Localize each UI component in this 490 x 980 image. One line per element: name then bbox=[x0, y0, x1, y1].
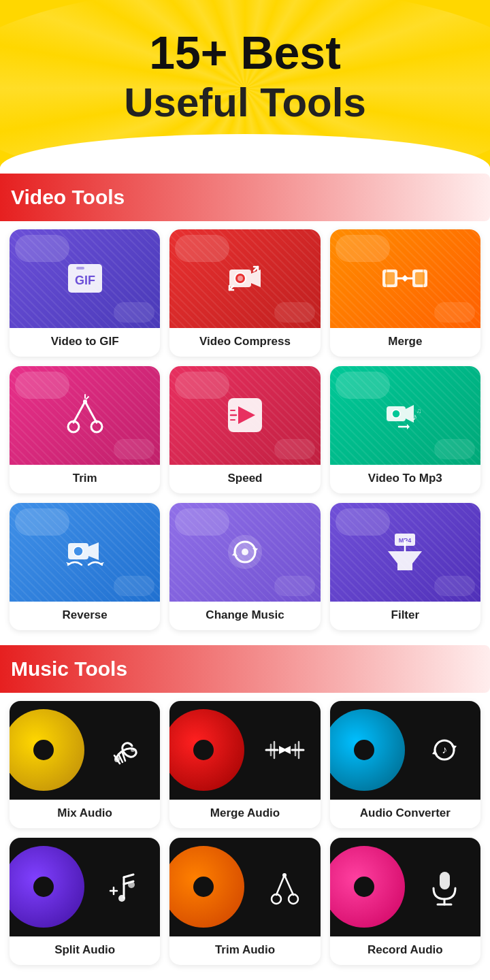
video-compress-label: Video Compress bbox=[169, 328, 320, 357]
speed-card[interactable]: Speed bbox=[169, 366, 320, 493]
speed-label: Speed bbox=[169, 465, 320, 493]
video-tools-section-header: Video Tools bbox=[0, 174, 490, 221]
mix-audio-card[interactable]: Mix Audio bbox=[10, 701, 160, 828]
svg-marker-52 bbox=[388, 551, 422, 570]
filter-label: Filter bbox=[330, 602, 480, 630]
merge-icon-bg bbox=[330, 229, 480, 328]
splitaudio-icon bbox=[102, 865, 146, 909]
video-compress-icon-bg bbox=[169, 229, 320, 328]
svg-marker-18 bbox=[405, 275, 408, 282]
svg-text:♫: ♫ bbox=[416, 407, 422, 414]
recordaudio-icon bbox=[423, 865, 467, 909]
svg-point-81 bbox=[282, 873, 287, 877]
merge-audio-card[interactable]: Merge Audio bbox=[169, 701, 320, 828]
video-tools-label: Video Tools bbox=[11, 186, 125, 209]
change-music-label: Change Music bbox=[169, 602, 320, 630]
svg-point-73 bbox=[118, 895, 125, 902]
reverse-icon bbox=[61, 528, 109, 576]
svg-point-74 bbox=[128, 881, 135, 888]
video-to-mp3-card[interactable]: ♪ ♫ Video To Mp3 bbox=[330, 366, 480, 493]
video-to-mp3-label: Video To Mp3 bbox=[330, 465, 480, 493]
merge-card[interactable]: Merge bbox=[330, 229, 480, 357]
trim-label: Trim bbox=[10, 465, 160, 493]
filter-card[interactable]: MP4 Filter bbox=[330, 503, 480, 630]
svg-rect-82 bbox=[440, 872, 450, 889]
svg-text:♪: ♪ bbox=[442, 744, 447, 755]
gif-icon: GIF bbox=[61, 255, 109, 302]
reverse-icon-bg bbox=[10, 503, 160, 602]
merge-label: Merge bbox=[330, 328, 480, 357]
trim-audio-label: Trim Audio bbox=[169, 936, 320, 965]
video-to-gif-icon-bg: GIF bbox=[10, 229, 160, 328]
filter-icon: MP4 bbox=[381, 528, 429, 576]
mergeaudio-icon bbox=[263, 728, 307, 772]
split-audio-label: Split Audio bbox=[10, 936, 160, 965]
trimaudio-icon bbox=[263, 865, 307, 909]
trim-card[interactable]: Trim bbox=[10, 366, 160, 493]
vinyl-red-disc bbox=[169, 709, 244, 791]
change-music-card[interactable]: ♪ Change Music bbox=[169, 503, 320, 630]
trim-icon-bg bbox=[10, 366, 160, 465]
vinyl-pink-disc bbox=[330, 846, 405, 928]
speed-icon-bg bbox=[169, 366, 320, 465]
video-to-gif-card[interactable]: GIF Video to GIF bbox=[10, 229, 160, 357]
video-tools-grid: GIF Video to GIF bbox=[0, 224, 490, 640]
header: 15+ Best Useful Tools bbox=[0, 0, 490, 168]
svg-line-71 bbox=[124, 875, 133, 877]
speed-icon bbox=[221, 391, 269, 439]
svg-text:GIF: GIF bbox=[75, 274, 95, 287]
music-tools-label: Music Tools bbox=[11, 657, 127, 681]
svg-marker-62 bbox=[282, 746, 291, 754]
vinyl-purple-disc bbox=[10, 846, 84, 928]
svg-marker-68 bbox=[432, 750, 438, 755]
reverse-label: Reverse bbox=[10, 602, 160, 630]
svg-text:♪: ♪ bbox=[242, 546, 246, 557]
svg-point-41 bbox=[74, 546, 83, 556]
svg-rect-2 bbox=[76, 267, 84, 270]
mixaudio-icon bbox=[102, 728, 146, 772]
split-audio-icon-bg bbox=[10, 838, 160, 936]
merge-audio-icon-bg bbox=[169, 701, 320, 800]
video-to-gif-label: Video to GIF bbox=[10, 328, 160, 357]
trim-icon bbox=[61, 391, 109, 439]
svg-line-79 bbox=[276, 875, 284, 895]
vinyl-orange-disc bbox=[169, 846, 244, 928]
vinyl-cyan-disc bbox=[330, 709, 405, 791]
vinyl-yellow-disc bbox=[10, 709, 84, 791]
svg-line-24 bbox=[74, 402, 85, 423]
video-to-mp3-icon-bg: ♪ ♫ bbox=[330, 366, 480, 465]
music-tools-grid: Mix Audio Merge Audio bbox=[0, 696, 490, 975]
svg-marker-37 bbox=[407, 424, 410, 429]
mix-audio-icon-bg bbox=[10, 701, 160, 800]
svg-marker-19 bbox=[402, 275, 405, 282]
audio-converter-icon-bg: ♪ bbox=[330, 701, 480, 800]
merge-audio-label: Merge Audio bbox=[169, 800, 320, 828]
filter-icon-bg: MP4 bbox=[330, 503, 480, 602]
svg-point-26 bbox=[83, 399, 87, 404]
reverse-card[interactable]: Reverse bbox=[10, 503, 160, 630]
record-audio-icon-bg bbox=[330, 838, 480, 936]
audioconverter-icon: ♪ bbox=[423, 728, 467, 772]
svg-line-28 bbox=[86, 397, 88, 399]
merge-icon bbox=[381, 255, 429, 302]
trim-audio-icon-bg bbox=[169, 838, 320, 936]
svg-point-35 bbox=[392, 410, 400, 418]
svg-line-25 bbox=[85, 402, 97, 423]
svg-point-5 bbox=[238, 276, 243, 281]
change-music-icon-bg: ♪ bbox=[169, 503, 320, 602]
record-audio-label: Record Audio bbox=[330, 936, 480, 965]
header-line1: 15+ Best bbox=[14, 27, 476, 78]
music-tools-section-header: Music Tools bbox=[0, 645, 490, 693]
split-audio-card[interactable]: Split Audio bbox=[10, 838, 160, 965]
trim-audio-card[interactable]: Trim Audio bbox=[169, 838, 320, 965]
audio-converter-label: Audio Converter bbox=[330, 800, 480, 828]
record-audio-card[interactable]: Record Audio bbox=[330, 838, 480, 965]
audio-converter-card[interactable]: ♪ Audio Converter bbox=[330, 701, 480, 828]
video-compress-card[interactable]: Video Compress bbox=[169, 229, 320, 357]
svg-point-55 bbox=[131, 748, 135, 752]
mix-audio-label: Mix Audio bbox=[10, 800, 160, 828]
tomp3-icon: ♪ ♫ bbox=[381, 391, 429, 439]
compress-icon bbox=[221, 255, 269, 302]
header-line2: Useful Tools bbox=[14, 78, 476, 127]
changemusic-icon: ♪ bbox=[221, 528, 269, 576]
